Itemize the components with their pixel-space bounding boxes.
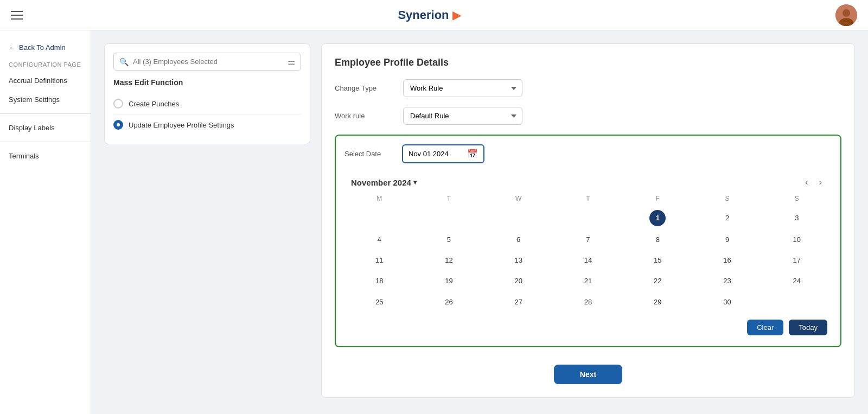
radio-update-profile[interactable]: Update Employee Profile Settings [113,114,301,135]
change-type-select[interactable]: Work Rule Department Pay Code [403,79,522,97]
table-row[interactable]: 12 [414,250,483,270]
weekday-w: W [484,193,553,207]
table-row[interactable]: 2 [692,207,762,229]
calendar-footer: Clear Today [344,313,832,337]
hamburger-menu[interactable] [11,11,23,20]
right-panel: Employee Profile Details Change Type Wor… [321,43,855,398]
select-date-label: Select Date [344,150,393,158]
table-row[interactable]: 3 [762,207,832,229]
main-content: 🔍 ⚌ Mass Edit Function Create Punches Up… [91,30,868,414]
sidebar-item-system[interactable]: System Settings [0,90,91,109]
sidebar-divider-2 [0,142,91,142]
date-picker-section: Select Date 📅 November 2024 ▾ ‹ [335,135,841,347]
table-row[interactable]: 23 [692,270,762,291]
calendar: November 2024 ▾ ‹ › M T [344,172,832,337]
table-row[interactable]: 10 [762,229,832,250]
clear-button[interactable]: Clear [747,320,783,335]
table-row[interactable]: 6 [484,229,553,250]
table-row [344,207,414,229]
logo-text: Synerion [398,8,449,22]
next-row: Next [335,365,841,384]
back-to-admin[interactable]: ← Back To Admin [0,39,91,56]
calendar-month-label[interactable]: November 2024 ▾ [351,178,417,187]
radio-create-punches[interactable]: Create Punches [113,93,301,114]
left-panel: 🔍 ⚌ Mass Edit Function Create Punches Up… [104,43,310,144]
weekday-t1: T [414,193,483,207]
weekday-s1: S [692,193,762,207]
radio-circle-update [113,120,123,130]
calendar-icon[interactable]: 📅 [467,149,478,159]
sidebar-item-display[interactable]: Display Labels [0,118,91,137]
table-row [484,207,553,229]
table-row[interactable]: 18 [344,270,414,291]
top-header: Synerion ▶ [0,0,868,30]
date-row: Select Date 📅 [344,144,832,163]
table-row [762,291,832,313]
table-row[interactable]: 26 [414,291,483,313]
chevron-down-icon: ▾ [413,179,417,186]
work-rule-select[interactable]: Default Rule Rule A Rule B [403,107,522,125]
back-arrow-icon: ← [9,43,16,52]
filter-icon[interactable]: ⚌ [288,56,295,67]
table-row[interactable]: 4 [344,229,414,250]
change-type-label: Change Type [335,84,394,92]
table-row[interactable]: 25 [344,291,414,313]
table-row[interactable]: 28 [553,291,623,313]
table-row[interactable]: 24 [762,270,832,291]
next-month-button[interactable]: › [816,176,825,188]
table-row[interactable]: 22 [623,270,692,291]
svg-point-1 [843,9,850,17]
weekday-t2: T [553,193,623,207]
table-row[interactable]: 13 [484,250,553,270]
search-icon: 🔍 [119,58,129,66]
table-row[interactable]: 29 [623,291,692,313]
radio-circle-create [113,99,123,109]
table-row[interactable]: 21 [553,270,623,291]
table-row[interactable]: 7 [553,229,623,250]
table-row[interactable]: 14 [553,250,623,270]
date-input[interactable] [409,150,463,158]
sidebar-section-label: CONFIGURATION PAGE [0,56,91,71]
table-row [414,207,483,229]
sidebar-item-terminals[interactable]: Terminals [0,147,91,165]
radio-label-create: Create Punches [129,100,179,108]
logo: Synerion ▶ [398,8,460,22]
avatar[interactable] [835,4,857,26]
search-bar[interactable]: 🔍 ⚌ [113,53,301,71]
next-button[interactable]: Next [554,365,622,384]
table-row[interactable]: 19 [414,270,483,291]
table-row[interactable]: 15 [623,250,692,270]
date-input-container[interactable]: 📅 [402,144,484,163]
panel-title: Employee Profile Details [335,57,841,68]
mass-edit-title: Mass Edit Function [113,78,301,87]
layout: ← Back To Admin CONFIGURATION PAGE Accru… [0,30,868,414]
today-button[interactable]: Today [789,320,827,335]
prev-month-button[interactable]: ‹ [802,176,811,188]
table-row[interactable]: 11 [344,250,414,270]
calendar-header: November 2024 ▾ ‹ › [344,172,832,193]
table-row[interactable]: 8 [623,229,692,250]
work-rule-row: Work rule Default Rule Rule A Rule B [335,107,841,125]
weekday-f: F [623,193,692,207]
table-row[interactable]: 20 [484,270,553,291]
table-row[interactable]: 1 [623,207,692,229]
table-row[interactable]: 30 [692,291,762,313]
back-label: Back To Admin [19,43,66,52]
sidebar-item-accrual[interactable]: Accrual Definitions [0,71,91,90]
table-row[interactable]: 27 [484,291,553,313]
change-type-row: Change Type Work Rule Department Pay Cod… [335,79,841,97]
table-row [553,207,623,229]
search-input[interactable] [133,58,283,66]
sidebar-divider [0,113,91,114]
table-row[interactable]: 17 [762,250,832,270]
calendar-nav: ‹ › [802,176,825,188]
table-row[interactable]: 9 [692,229,762,250]
logo-icon: ▶ [452,9,461,22]
weekday-s2: S [762,193,832,207]
radio-label-update: Update Employee Profile Settings [129,121,234,129]
table-row[interactable]: 16 [692,250,762,270]
work-rule-label: Work rule [335,112,394,120]
table-row[interactable]: 5 [414,229,483,250]
calendar-grid: M T W T F S S 12345678910111213141516171… [344,193,832,313]
weekday-m: M [344,193,414,207]
